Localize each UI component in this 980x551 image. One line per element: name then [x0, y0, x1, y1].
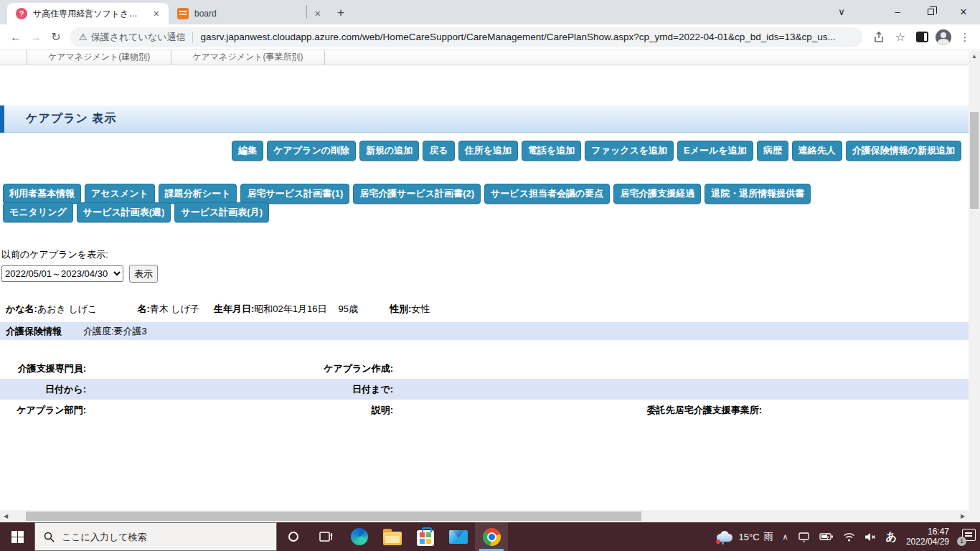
field-row-3: ケアプラン部門: 説明: 委託先居宅介護支援事業所: [0, 400, 969, 420]
weather-condition: 雨 [764, 530, 773, 543]
add-email-button[interactable]: Eメールを追加 [677, 141, 753, 161]
vertical-scrollbar[interactable]: ▲ ▼ [969, 51, 980, 522]
address-bar[interactable]: ⚠ 保護されていない通信 gasrv.japanwest.cloudapp.az… [70, 27, 862, 47]
kana-value: あおき しげこ [37, 303, 97, 314]
taskbar-search-input[interactable] [62, 532, 241, 542]
browser-tab-active[interactable]: ? サ高住専用経営ソフトさつきちゃん × [7, 3, 169, 24]
monitoring-button[interactable]: モニタリング [3, 202, 73, 222]
question-badge-icon: ? [16, 8, 27, 19]
service-meeting-summary-button[interactable]: サービス担当者会議の要点 [484, 184, 610, 204]
back-button[interactable]: 戻る [423, 141, 454, 161]
restore-button[interactable] [914, 0, 947, 24]
chrome-button-active[interactable] [475, 522, 508, 551]
cast-display-icon[interactable] [798, 532, 810, 542]
share-icon[interactable] [870, 28, 888, 47]
document-button-row-2: モニタリング サービス計画表(週) サービス計画表(月) [3, 202, 269, 222]
edge-icon [351, 528, 368, 545]
side-panel-icon[interactable] [913, 28, 931, 47]
home-service-plan1-button[interactable]: 居宅サービス計画書(1) [240, 184, 349, 204]
reload-icon[interactable]: ↻ [46, 30, 66, 44]
windows-taskbar: 15°C 雨 ∧ あ 16:47 2022/04/29 1 [0, 522, 980, 551]
age-value: 95歳 [338, 303, 357, 314]
tray-expand-chevron-icon[interactable]: ∧ [783, 532, 788, 542]
add-new-button[interactable]: 新規の追加 [359, 141, 419, 161]
careplan-period-select[interactable]: 2022/05/01～2023/04/30 [1, 265, 123, 282]
gender-label: 性別: [390, 303, 411, 314]
service-plan-weekly-button[interactable]: サービス計画表(週) [77, 202, 171, 222]
horizontal-scroll-thumb[interactable] [26, 512, 641, 521]
wifi-icon[interactable] [843, 532, 855, 542]
url-text[interactable]: gasrv.japanwest.cloudapp.azure.com/web/H… [200, 32, 854, 42]
clock-date: 2022/04/29 [906, 537, 949, 547]
home-care-support-log-button[interactable]: 居宅介護支援経過 [613, 184, 701, 204]
date-from-label: 日付から: [0, 383, 86, 396]
careplan-dept-label: ケアプラン部門: [0, 404, 86, 417]
browser-tab-board[interactable]: board × [169, 3, 330, 24]
weather-widget[interactable]: 15°C 雨 [715, 530, 773, 543]
volume-muted-icon[interactable] [864, 532, 877, 542]
tab-close-icon[interactable]: × [313, 8, 323, 19]
system-tray: 15°C 雨 ∧ あ 16:47 2022/04/29 1 [715, 527, 980, 547]
add-insurance-info-button[interactable]: 介護保険情報の新規追加 [846, 141, 961, 161]
tab-title: board [194, 9, 301, 19]
scroll-right-arrow-icon[interactable]: ▶ [957, 513, 969, 519]
new-tab-button[interactable]: + [330, 6, 352, 20]
contact-person-button[interactable]: 連絡先人 [792, 141, 842, 161]
show-button[interactable]: 表示 [129, 265, 158, 283]
browser-toolbar: ← → ↻ ⚠ 保護されていない通信 gasrv.japanwest.cloud… [0, 24, 980, 50]
page-title-band: ケアプラン 表示 [0, 105, 969, 133]
ime-language-icon[interactable]: あ [886, 530, 897, 544]
horizontal-scrollbar[interactable]: ◀ ▶ [0, 510, 969, 522]
medical-history-button[interactable]: 病歴 [757, 141, 788, 161]
toolbar-actions: ☆ ⋮ [870, 28, 974, 47]
consignee-office-label: 委託先居宅介護支援事業所: [624, 404, 762, 417]
insurance-info-band: 介護保険情報 介護度:要介護3 [0, 322, 969, 340]
edit-button[interactable]: 編集 [232, 141, 263, 161]
app-top-nav: ケアマネジメント(建物別) ケアマネジメント(事業所別) [0, 50, 969, 65]
back-icon[interactable]: ← [6, 31, 26, 44]
microsoft-store-button[interactable] [409, 522, 442, 551]
assessment-button[interactable]: アセスメント [85, 184, 155, 204]
scroll-left-arrow-icon[interactable]: ◀ [0, 513, 11, 519]
issue-analysis-sheet-button[interactable]: 課題分析シート [159, 184, 237, 204]
browser-tab-bar: ? サ高住専用経営ソフトさつきちゃん × board × + ∨ – × [0, 0, 980, 24]
task-view-button[interactable] [310, 522, 343, 551]
forward-icon[interactable]: → [26, 31, 46, 44]
user-basic-info-button[interactable]: 利用者基本情報 [3, 184, 81, 204]
home-care-service-plan2-button[interactable]: 居宅介護サービス計画書(2) [353, 184, 481, 204]
battery-charging-icon[interactable] [819, 532, 834, 541]
url-divider [192, 32, 193, 43]
edge-button[interactable] [343, 522, 376, 551]
clock-widget[interactable]: 16:47 2022/04/29 [906, 527, 949, 547]
add-address-button[interactable]: 住所を追加 [458, 141, 518, 161]
scroll-up-arrow-icon[interactable]: ▲ [969, 51, 980, 62]
profile-avatar-icon[interactable] [934, 28, 953, 47]
vertical-scroll-thumb[interactable] [970, 112, 979, 209]
taskbar-search-box[interactable] [34, 522, 277, 551]
nav-item-office[interactable]: ケアマネジメント(事業所別) [171, 50, 324, 65]
action-center-button[interactable]: 1 [958, 529, 976, 545]
file-explorer-button[interactable] [376, 522, 409, 551]
description-label: 説明: [308, 404, 393, 417]
warning-icon: ⚠ [79, 32, 88, 42]
start-button[interactable] [0, 522, 34, 551]
mail-icon [449, 530, 468, 544]
add-fax-button[interactable]: ファックスを追加 [585, 141, 674, 161]
security-warning[interactable]: ⚠ 保護されていない通信 [79, 31, 185, 44]
delete-careplan-button[interactable]: ケアプランの削除 [267, 141, 356, 161]
discharge-info-button[interactable]: 退院・退所情報提供書 [705, 184, 811, 204]
previous-careplan-label: 以前のケアプランを表示: [1, 248, 108, 261]
nav-item-building[interactable]: ケアマネジメント(建物別) [27, 50, 171, 65]
chrome-icon [483, 528, 501, 546]
minimize-button[interactable]: – [881, 0, 914, 24]
bookmark-star-icon[interactable]: ☆ [891, 28, 910, 47]
tab-search-chevron-icon[interactable]: ∨ [824, 0, 859, 24]
mail-button[interactable] [442, 522, 475, 551]
clock-time: 16:47 [906, 527, 949, 537]
close-button[interactable]: × [947, 0, 980, 24]
service-plan-monthly-button[interactable]: サービス計画表(月) [174, 202, 269, 222]
cortana-button[interactable] [277, 522, 310, 551]
tab-close-icon[interactable]: × [151, 8, 161, 19]
add-phone-button[interactable]: 電話を追加 [522, 141, 581, 161]
browser-menu-icon[interactable]: ⋮ [956, 28, 974, 47]
